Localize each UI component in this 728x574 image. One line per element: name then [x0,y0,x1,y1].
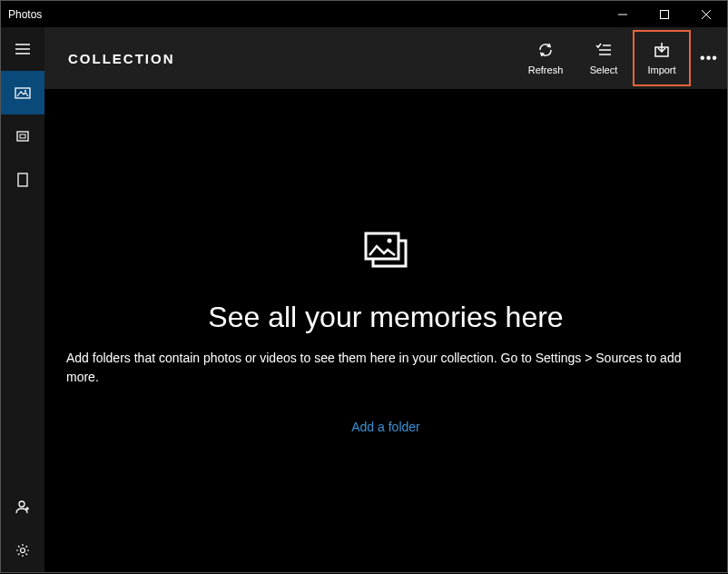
ellipsis-icon: ••• [700,50,718,66]
albums-icon [15,128,31,144]
close-button[interactable] [685,1,727,28]
page-title: COLLECTION [68,51,516,66]
header: COLLECTION Refresh Select Import ••• [44,27,727,89]
sidebar-spacer [1,202,44,485]
refresh-icon [536,41,555,59]
svg-rect-11 [18,173,27,186]
svg-point-23 [388,239,392,243]
select-button[interactable]: Select [575,30,633,86]
app-body: COLLECTION Refresh Select Import ••• [0,27,728,573]
sidebar-item-settings[interactable] [1,529,44,572]
svg-rect-9 [17,132,28,141]
close-icon [702,10,711,19]
sidebar-item-collection[interactable] [1,71,44,114]
minimize-icon [618,10,627,19]
collection-icon [15,84,31,101]
svg-point-12 [19,501,25,507]
titlebar: Photos [0,0,728,27]
sidebar [1,27,44,572]
import-icon [653,41,671,59]
folders-icon [15,172,31,188]
add-folder-link[interactable]: Add a folder [351,420,420,434]
sidebar-item-albums[interactable] [1,114,44,158]
svg-point-15 [21,549,25,553]
svg-rect-10 [20,134,25,138]
more-button[interactable]: ••• [691,30,727,86]
hamburger-button[interactable] [1,27,44,71]
maximize-icon [660,10,669,19]
photos-stack-icon [362,230,409,277]
select-label: Select [590,64,618,75]
hamburger-icon [15,41,31,57]
window-title: Photos [8,8,602,21]
people-icon [15,499,31,515]
svg-rect-1 [661,10,669,18]
minimize-button[interactable] [602,1,644,28]
import-button[interactable]: Import [633,30,691,86]
empty-description: Add folders that contain photos or video… [44,349,727,387]
empty-heading: See all your memories here [208,301,563,334]
main-content: COLLECTION Refresh Select Import ••• [44,27,727,572]
maximize-button[interactable] [644,1,685,28]
sidebar-item-folders[interactable] [1,158,44,202]
gear-icon [15,542,31,559]
empty-state: See all your memories here Add folders t… [44,89,727,572]
refresh-button[interactable]: Refresh [516,30,575,86]
sidebar-item-people[interactable] [1,485,44,529]
empty-state-icon [362,230,409,277]
select-icon [595,41,613,59]
import-label: Import [647,64,675,75]
svg-point-8 [25,90,26,92]
refresh-label: Refresh [528,64,564,75]
